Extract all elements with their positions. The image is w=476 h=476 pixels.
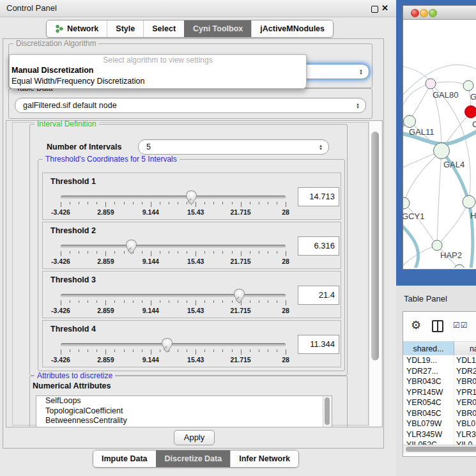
tab-discretize-data[interactable]: Discretize Data	[156, 450, 231, 467]
network-edge[interactable]	[410, 84, 431, 121]
numerical-attributes-label: Numerical Attributes	[33, 381, 111, 390]
attribute-list-item[interactable]: BetweennessCentrality	[36, 416, 332, 426]
network-edge[interactable]	[404, 203, 437, 245]
threshold-slider-track[interactable]	[61, 196, 286, 199]
network-node-c[interactable]	[465, 106, 476, 118]
network-edge[interactable]	[403, 245, 437, 266]
threshold-slider-thumb[interactable]	[186, 190, 197, 202]
tab-jactivemnodules[interactable]: jActiveMNodules	[251, 20, 333, 37]
slider-tick-labels: -3.4262.8599.14415.4321.71528	[61, 356, 286, 364]
tab-impute-data[interactable]: Impute Data	[93, 450, 156, 467]
threshold-value-field[interactable]: 6.316	[298, 236, 339, 256]
threshold-value-field[interactable]: 21.4	[298, 286, 339, 305]
tab-infer-network[interactable]: Infer Network	[230, 450, 298, 467]
threshold-slider-thumb[interactable]	[162, 338, 173, 349]
zoom-window-icon[interactable]	[429, 9, 437, 17]
table-row[interactable]: YLR345W YLR3	[403, 429, 476, 440]
list-scrollbar[interactable]	[323, 396, 332, 427]
threshold-slider-track[interactable]	[61, 343, 286, 346]
name-cell[interactable]: YBR0	[454, 408, 476, 419]
network-node-h[interactable]	[463, 196, 475, 208]
network-node-gcy1[interactable]	[403, 197, 410, 209]
network-canvas[interactable]: GAL80GACGAL11GAL4GCY1HHAP2	[403, 19, 476, 268]
shared-name-cell[interactable]: YBR045C	[403, 408, 454, 419]
threshold-slider-track[interactable]	[61, 245, 286, 248]
network-node-gal80[interactable]	[426, 79, 436, 89]
shared-name-cell[interactable]: YER054C	[403, 397, 454, 408]
slider-tick	[196, 251, 196, 256]
shared-name-cell[interactable]: YPR145W	[403, 387, 454, 398]
network-edge[interactable]	[431, 82, 468, 86]
table-row[interactable]: YPR145W YPR1	[403, 387, 476, 398]
threshold-slider-thumb[interactable]	[126, 240, 137, 251]
attribute-list-item[interactable]: TopologicalCoefficient	[36, 406, 332, 417]
number-of-intervals-combobox[interactable]: 5 ▲▼	[138, 139, 329, 155]
horizontal-scrollbar[interactable]	[403, 445, 476, 453]
name-cell[interactable]: YDR2	[454, 366, 476, 377]
gear-icon[interactable]: ⚙	[411, 318, 421, 332]
tab-style[interactable]: Style	[107, 20, 143, 37]
tab-select[interactable]: Select	[143, 20, 184, 37]
name-cell[interactable]: YBL0	[454, 418, 475, 429]
table-row[interactable]: YBR043C YBR0	[403, 376, 476, 387]
columns-icon[interactable]	[432, 320, 443, 332]
network-node-hap2[interactable]	[432, 240, 442, 250]
name-cell[interactable]: YLR3	[454, 429, 476, 440]
tab-label: Style	[116, 24, 135, 33]
vertical-scrollbar[interactable]	[369, 121, 381, 426]
top-tab-bar: Network Style Select Cyni Toolbox jActiv…	[46, 20, 334, 38]
slider-tick	[259, 300, 259, 303]
network-edge-thick[interactable]	[403, 226, 418, 268]
table-row[interactable]: YBR045C YBR0	[403, 408, 476, 419]
float-panel-icon[interactable]	[371, 6, 378, 13]
dropdown-item[interactable]: Equal Width/Frequency Discretization	[10, 76, 306, 87]
threshold-value-field[interactable]: 11.344	[298, 335, 339, 354]
table-row[interactable]: YBL079W YBL0	[403, 418, 476, 429]
threshold-value-field[interactable]: 14.713	[298, 187, 339, 206]
tab-network[interactable]: Network	[47, 20, 107, 37]
tab-label: Impute Data	[102, 454, 148, 463]
shared-name-cell[interactable]: YDL19...	[403, 355, 454, 366]
network-node-label: GAL4	[443, 160, 464, 169]
slider-tick	[79, 251, 79, 254]
close-window-icon[interactable]	[411, 9, 419, 17]
table-row[interactable]: YDL19... YDL1	[403, 355, 476, 366]
dropdown-placeholder-item[interactable]: Select algorithm to view settings	[10, 55, 306, 65]
network-node-ga[interactable]	[463, 81, 473, 91]
network-window-titlebar[interactable]	[403, 6, 476, 20]
slider-tick	[241, 349, 242, 355]
shared-name-cell[interactable]: YBR043C	[403, 376, 454, 387]
horizontal-scrollbar-thumb[interactable]	[406, 447, 476, 452]
network-edge[interactable]	[437, 151, 441, 245]
shared-name-cell[interactable]: YLR345W	[403, 429, 454, 440]
attribute-list-item[interactable]: SelfLoops	[36, 396, 332, 406]
column-header-shared-name[interactable]: shared...	[403, 341, 454, 355]
threshold-slider-track[interactable]	[61, 294, 286, 297]
name-cell[interactable]: YPR1	[454, 387, 476, 398]
network-node-gal11[interactable]	[404, 116, 416, 128]
vertical-scrollbar-thumb[interactable]	[371, 132, 379, 360]
shared-name-cell[interactable]: YBL079W	[403, 418, 454, 429]
table-row[interactable]: YER054C YER0	[403, 397, 476, 408]
network-node-gal4[interactable]	[434, 143, 450, 159]
dropdown-item[interactable]: Manual Discretization	[10, 65, 306, 76]
table-data-combobox[interactable]: galFiltered.sif default node ▲▼	[15, 98, 366, 113]
minimize-window-icon[interactable]	[420, 9, 428, 17]
select-columns-icon[interactable]: ☑☑	[453, 321, 468, 330]
slider-tick-label: 2.859	[97, 257, 114, 265]
network-node-label: GA	[470, 92, 476, 102]
slider-tick	[268, 349, 268, 352]
column-header-name[interactable]: na	[454, 341, 476, 355]
slider-tick	[268, 202, 268, 204]
close-panel-icon[interactable]: ✕	[381, 3, 388, 13]
network-edge[interactable]	[437, 202, 469, 245]
threshold-slider-thumb[interactable]	[234, 289, 245, 300]
apply-button[interactable]: Apply	[174, 430, 215, 445]
list-scrollbar-thumb[interactable]	[325, 397, 330, 425]
table-row[interactable]: YDR27... YDR2	[403, 366, 476, 377]
name-cell[interactable]: YER0	[454, 397, 476, 408]
tab-cyni-toolbox[interactable]: Cyni Toolbox	[184, 20, 251, 37]
name-cell[interactable]: YBR0	[454, 376, 476, 387]
name-cell[interactable]: YDL1	[454, 355, 476, 366]
shared-name-cell[interactable]: YDR27...	[403, 366, 454, 377]
